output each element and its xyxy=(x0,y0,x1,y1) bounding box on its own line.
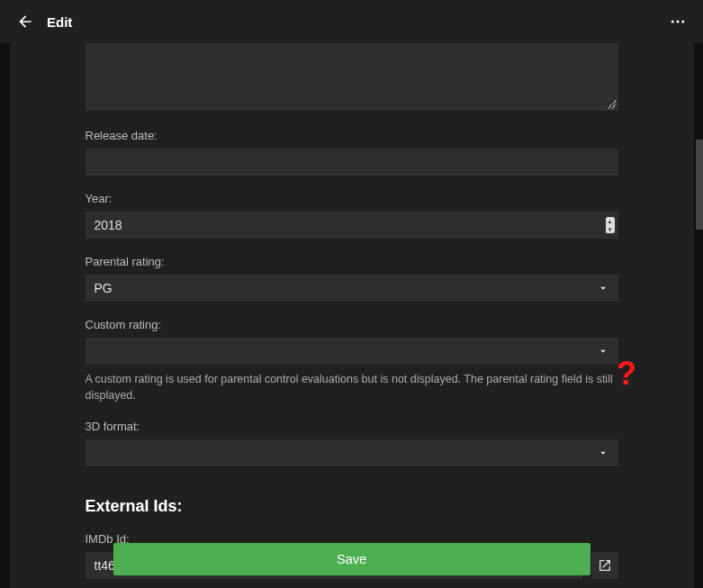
more-menu-button[interactable] xyxy=(665,9,690,34)
help-annotation: ? xyxy=(617,355,636,393)
edit-panel: Release date: Year: ▲▼ Parental rating: … xyxy=(10,43,694,588)
3d-format-select[interactable] xyxy=(86,439,618,466)
custom-rating-hint: A custom rating is used for parental con… xyxy=(86,372,618,403)
save-button[interactable]: Save xyxy=(113,543,590,575)
year-label: Year: xyxy=(86,192,618,205)
parental-rating-label: Parental rating: xyxy=(86,255,618,268)
3d-format-label: 3D format: xyxy=(86,420,618,433)
scrollbar[interactable] xyxy=(696,140,703,230)
year-input[interactable] xyxy=(86,212,618,239)
back-button[interactable] xyxy=(13,9,38,34)
svg-point-0 xyxy=(671,21,674,23)
year-stepper[interactable]: ▲▼ xyxy=(606,217,615,233)
page-title: Edit xyxy=(47,14,72,30)
arrow-left-icon xyxy=(16,13,34,31)
parental-rating-select[interactable]: PG xyxy=(86,275,618,302)
custom-rating-select[interactable] xyxy=(86,338,618,365)
release-date-input[interactable] xyxy=(86,149,618,176)
dots-horizontal-icon xyxy=(669,13,687,31)
svg-point-1 xyxy=(677,21,680,23)
custom-rating-label: Custom rating: xyxy=(86,318,618,331)
external-ids-heading: External Ids: xyxy=(86,497,618,516)
release-date-label: Release date: xyxy=(86,129,618,142)
svg-point-2 xyxy=(681,21,684,23)
header-bar: Edit xyxy=(0,0,703,43)
overview-textarea[interactable] xyxy=(86,43,618,111)
